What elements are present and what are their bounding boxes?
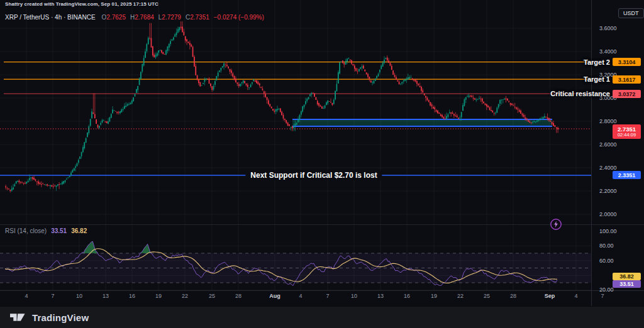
time-axis-label: 22 bbox=[457, 293, 464, 299]
tradingview-logo-icon[interactable] bbox=[10, 312, 26, 323]
critical-resistance-label[interactable]: Critical resistance bbox=[550, 90, 610, 97]
ohlc-open: O2.7625 bbox=[102, 14, 126, 21]
target2-label[interactable]: Target 2 bbox=[584, 58, 610, 66]
time-axis-label: 22 bbox=[182, 293, 188, 299]
target1-price-badge: 3.1617 bbox=[613, 75, 641, 84]
rsi-value-badge: 33.51 bbox=[613, 280, 641, 288]
footer-bar: TradingView bbox=[0, 306, 644, 328]
price-tick-label: 2.2000 bbox=[599, 188, 617, 194]
time-axis-label: 10 bbox=[76, 293, 82, 299]
rsi-tick-label: 20.00 bbox=[599, 287, 614, 293]
rsi-pane bbox=[0, 241, 591, 286]
tradingview-wordmark[interactable]: TradingView bbox=[32, 312, 89, 323]
price-scale[interactable]: USDT 3.60003.40003.20003.00002.80002.600… bbox=[591, 0, 644, 306]
time-axis-label: 16 bbox=[129, 293, 135, 299]
critical-price-badge: 3.0372 bbox=[613, 90, 641, 98]
price-tick-label: 2.0000 bbox=[599, 211, 617, 217]
time-axis-label: 19 bbox=[155, 293, 162, 299]
rsi-ma-badge: 36.82 bbox=[613, 273, 641, 280]
time-axis-label: 28 bbox=[235, 293, 242, 299]
time-axis-month-label: Aug bbox=[269, 293, 280, 299]
rsi-tick-label: 60.00 bbox=[599, 258, 614, 264]
target2-price-badge: 3.3104 bbox=[613, 58, 641, 66]
rsi-ma-value: 36.82 bbox=[71, 227, 87, 234]
candlesticks bbox=[5, 21, 558, 193]
price-tick-label: 2.4000 bbox=[599, 165, 617, 171]
time-axis-label: 7 bbox=[326, 293, 329, 299]
price-tick-label: 2.6000 bbox=[599, 141, 617, 148]
time-axis-label: 4 bbox=[25, 293, 28, 299]
time-axis-label: 10 bbox=[351, 293, 357, 299]
time-axis-label: 4 bbox=[299, 293, 302, 299]
boost-button[interactable] bbox=[550, 218, 562, 231]
rsi-tick-label: 100.00 bbox=[599, 228, 617, 234]
price-tick-label: 3.4000 bbox=[599, 48, 617, 55]
time-axis-label: 25 bbox=[209, 293, 215, 299]
time-axis-label: 7 bbox=[51, 293, 54, 299]
price-change: −0.0274 (−0.99%) bbox=[214, 14, 264, 21]
target1-label[interactable]: Target 1 bbox=[584, 75, 610, 83]
time-axis-label: 19 bbox=[431, 293, 437, 299]
time-axis-label: 4 bbox=[574, 293, 577, 299]
current-price: 2.7351 bbox=[618, 126, 636, 133]
attribution-text: Shattry created with TradingView.com, Se… bbox=[5, 1, 158, 7]
rsi-value: 33.51 bbox=[51, 227, 67, 234]
time-axis-label: 25 bbox=[484, 293, 490, 299]
time-axis-label: 16 bbox=[404, 293, 410, 299]
chart-canvas[interactable] bbox=[0, 0, 591, 306]
time-axis-month-label: Sep bbox=[545, 293, 555, 299]
symbol-title: XRP / TetherUS · 4h · BINANCE bbox=[5, 14, 96, 21]
time-axis-label: 13 bbox=[377, 293, 384, 299]
level-lines[interactable] bbox=[0, 62, 591, 175]
price-tick-label: 3.6000 bbox=[599, 25, 617, 31]
ohlc-high: H2.7684 bbox=[130, 14, 154, 21]
chart-window: Shattry created with TradingView.com, Se… bbox=[0, 0, 644, 328]
time-axis-label: 13 bbox=[103, 293, 109, 299]
symbol-legend[interactable]: XRP / TetherUS · 4h · BINANCE O2.7625 H2… bbox=[5, 14, 264, 21]
time-axis[interactable]: 4710131619222528Aug4710131619222528Sep47 bbox=[0, 290, 644, 306]
ohlc-low: L2.7279 bbox=[158, 14, 181, 21]
bar-countdown: 02:44:09 bbox=[618, 133, 636, 138]
rsi-title: RSI (14, close) bbox=[5, 227, 47, 234]
lightning-icon bbox=[550, 218, 562, 231]
current-price-badge: 2.7351 02:44:09 bbox=[613, 124, 641, 139]
support-annotation-label[interactable]: Next Support if Critical $2.70 is lost bbox=[245, 170, 382, 180]
pane-divider[interactable] bbox=[0, 224, 644, 225]
currency-unit-button[interactable]: USDT bbox=[618, 8, 644, 18]
ohlc-close: C2.7351 bbox=[186, 14, 209, 21]
support-price-badge: 2.3351 bbox=[613, 171, 641, 179]
price-tick-label: 2.8000 bbox=[599, 118, 617, 124]
support-zone[interactable] bbox=[292, 119, 552, 126]
rsi-tick-label: 80.00 bbox=[599, 243, 614, 249]
rsi-legend[interactable]: RSI (14, close) 33.51 36.82 bbox=[5, 227, 87, 234]
time-axis-label: 28 bbox=[510, 293, 516, 299]
